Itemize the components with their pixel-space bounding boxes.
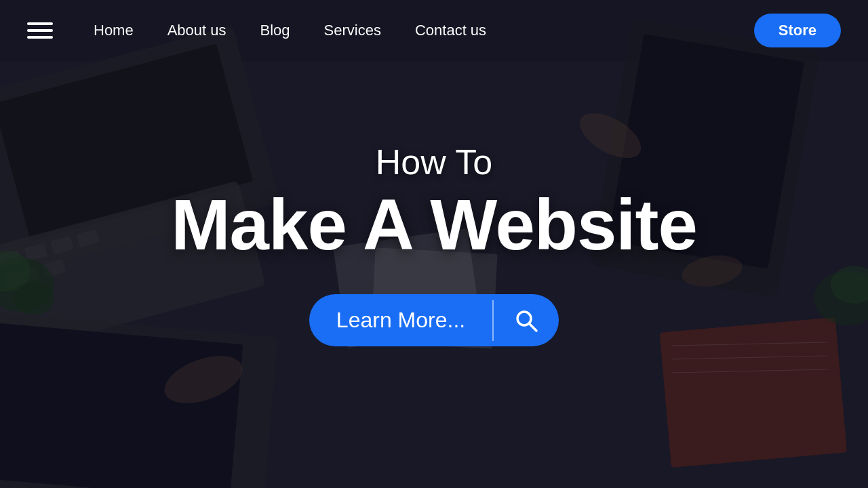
hero-subtitle: How To	[54, 142, 814, 182]
store-button[interactable]: Store	[754, 14, 841, 47]
hamburger-line-2	[27, 29, 53, 32]
search-icon-container	[494, 295, 559, 346]
hamburger-menu[interactable]	[27, 22, 53, 39]
svg-line-31	[530, 323, 537, 331]
nav-links: Home About us Blog Services Contact us	[94, 22, 754, 39]
learn-more-button[interactable]: Learn More...	[309, 294, 559, 346]
nav-about[interactable]: About us	[167, 22, 226, 39]
hero-title: Make A Website	[54, 189, 814, 260]
hamburger-line-1	[27, 22, 53, 25]
nav-blog[interactable]: Blog	[260, 22, 290, 39]
search-icon	[514, 308, 538, 333]
cta-button-text: Learn More...	[309, 294, 492, 346]
hero-content: How To Make A Website Learn More...	[0, 142, 868, 346]
nav-services[interactable]: Services	[324, 22, 381, 39]
hero-section: Home About us Blog Services Contact us S…	[0, 0, 868, 488]
hamburger-line-3	[27, 36, 53, 39]
navigation: Home About us Blog Services Contact us S…	[0, 0, 868, 61]
cta-container: Learn More...	[54, 294, 814, 346]
nav-contact[interactable]: Contact us	[415, 22, 486, 39]
nav-home[interactable]: Home	[94, 22, 134, 39]
